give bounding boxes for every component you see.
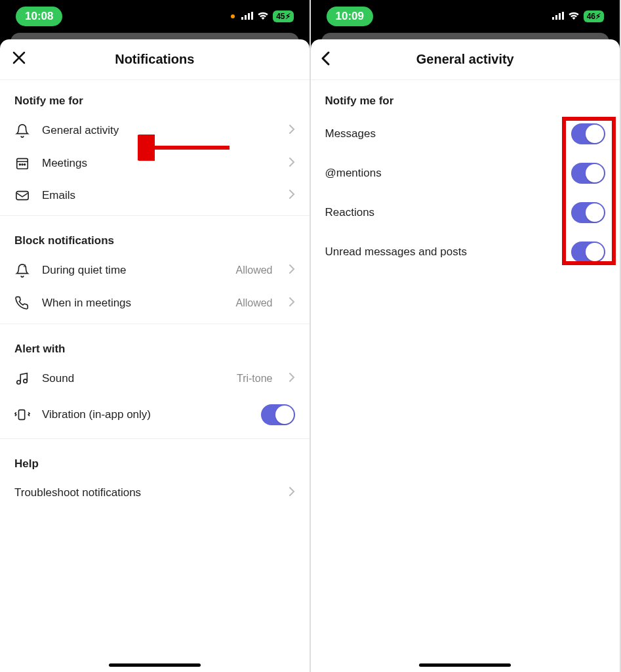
sheet-header: General activity — [311, 39, 620, 80]
svg-rect-17 — [555, 15, 557, 20]
svg-rect-16 — [552, 17, 554, 20]
home-indicator[interactable] — [419, 663, 511, 667]
row-value: Tri-tone — [237, 373, 273, 385]
divider — [0, 324, 310, 324]
svg-rect-0 — [241, 17, 243, 20]
calendar-icon — [14, 156, 30, 171]
row-label: Meetings — [42, 157, 277, 170]
bell-icon — [14, 123, 30, 138]
chevron-right-icon — [289, 157, 295, 170]
row-label: Reactions — [325, 206, 375, 219]
svg-rect-9 — [16, 192, 28, 200]
status-bar: 10:09 46⚡︎ — [311, 0, 620, 33]
back-button[interactable] — [320, 51, 331, 69]
page-title: Notifications — [115, 52, 194, 67]
cellular-signal-icon — [552, 10, 564, 22]
row-vibration[interactable]: Vibration (in-app only) — [0, 395, 310, 434]
section-header-alert: Alert with — [0, 328, 310, 362]
chevron-right-icon — [289, 124, 295, 137]
mail-icon — [14, 190, 30, 201]
row-label: General activity — [42, 124, 277, 137]
svg-rect-3 — [251, 12, 253, 20]
vibration-toggle[interactable] — [261, 404, 295, 425]
home-indicator[interactable] — [109, 663, 201, 667]
cellular-signal-icon — [241, 10, 253, 22]
row-label: Troubleshoot notifications — [14, 486, 277, 499]
row-label: Emails — [42, 189, 277, 202]
battery-indicator: 46⚡︎ — [584, 10, 604, 22]
notifications-sheet: Notifications Notify me for General acti… — [0, 39, 310, 672]
wifi-icon — [257, 10, 269, 22]
quiet-time-icon: z — [14, 263, 30, 278]
row-value: Allowed — [235, 297, 272, 309]
row-label: During quiet time — [42, 264, 224, 277]
phone-left: 10:08 45⚡︎ Notifications Notify me for — [0, 0, 311, 672]
row-label: When in meetings — [42, 297, 224, 310]
row-label: Sound — [42, 372, 225, 385]
svg-rect-18 — [559, 13, 561, 20]
chevron-right-icon — [289, 297, 295, 310]
svg-rect-13 — [18, 410, 24, 420]
row-in-meetings[interactable]: When in meetings Allowed — [0, 287, 310, 320]
row-label: @mentions — [325, 167, 382, 180]
battery-indicator: 45⚡︎ — [273, 10, 293, 22]
row-troubleshoot[interactable]: Troubleshoot notifications — [0, 477, 310, 509]
phone-icon — [14, 296, 30, 310]
svg-point-12 — [24, 379, 28, 383]
section-header-help: Help — [0, 443, 310, 477]
chevron-right-icon — [289, 189, 295, 202]
page-title: General activity — [416, 52, 514, 67]
music-icon — [14, 371, 30, 386]
svg-rect-2 — [248, 13, 250, 20]
section-header-block: Block notifications — [0, 220, 310, 254]
svg-point-11 — [17, 381, 21, 385]
status-indicators: 46⚡︎ — [552, 10, 604, 22]
status-indicators: 45⚡︎ — [231, 10, 293, 22]
phone-right: 10:09 46⚡︎ General activity Notify me fo… — [311, 0, 622, 672]
sheet-header: Notifications — [0, 39, 310, 80]
sheet-container: General activity Notify me for Messages … — [311, 33, 620, 672]
status-bar: 10:08 45⚡︎ — [0, 0, 310, 33]
row-general-activity[interactable]: General activity — [0, 114, 310, 147]
reactions-toggle[interactable] — [571, 202, 605, 223]
svg-text:z: z — [24, 263, 26, 268]
row-quiet-time[interactable]: z During quiet time Allowed — [0, 254, 310, 287]
messages-toggle[interactable] — [571, 123, 605, 144]
row-meetings[interactable]: Meetings — [0, 147, 310, 180]
row-emails[interactable]: Emails — [0, 180, 310, 211]
svg-rect-1 — [245, 15, 247, 20]
general-activity-sheet: General activity Notify me for Messages … — [311, 39, 620, 672]
row-mentions: @mentions — [311, 154, 620, 193]
row-messages: Messages — [311, 114, 620, 154]
divider — [0, 215, 310, 216]
svg-point-8 — [24, 164, 26, 165]
close-icon — [12, 51, 26, 65]
status-time: 10:08 — [16, 7, 62, 26]
svg-point-6 — [19, 164, 20, 165]
chevron-right-icon — [289, 372, 295, 385]
row-sound[interactable]: Sound Tri-tone — [0, 362, 310, 395]
row-reactions: Reactions — [311, 193, 620, 232]
wifi-icon — [568, 10, 580, 22]
chevron-left-icon — [320, 51, 331, 66]
chevron-right-icon — [289, 486, 295, 499]
vibration-icon — [14, 408, 30, 422]
row-label: Unread messages and posts — [325, 245, 467, 259]
svg-rect-19 — [562, 12, 564, 20]
divider — [0, 438, 310, 439]
svg-point-7 — [22, 164, 23, 165]
chevron-right-icon — [289, 264, 295, 277]
section-header-notify: Notify me for — [311, 80, 620, 114]
row-value: Allowed — [235, 264, 272, 276]
row-unread: Unread messages and posts — [311, 232, 620, 272]
row-label: Vibration (in-app only) — [42, 408, 249, 421]
status-time: 10:09 — [327, 7, 373, 26]
sheet-container: Notifications Notify me for General acti… — [0, 33, 310, 672]
mic-indicator-icon — [231, 14, 235, 18]
mentions-toggle[interactable] — [571, 163, 605, 184]
section-header-notify: Notify me for — [0, 80, 310, 114]
row-label: Messages — [325, 127, 376, 140]
close-button[interactable] — [12, 51, 26, 69]
unread-toggle[interactable] — [571, 242, 605, 262]
